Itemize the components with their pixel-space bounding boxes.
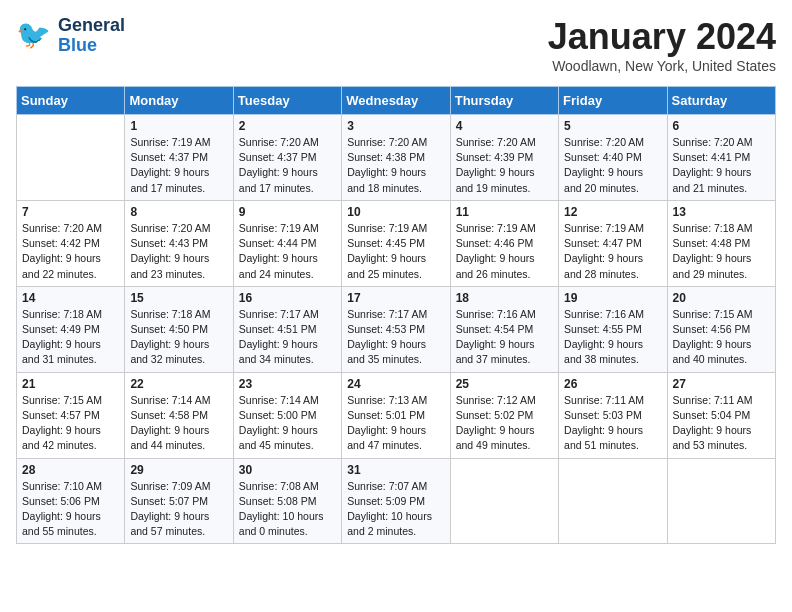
cell-line: Sunset: 4:38 PM [347, 150, 444, 165]
day-number: 24 [347, 377, 444, 391]
cell-line: Sunset: 5:00 PM [239, 408, 336, 423]
cell-line: Sunrise: 7:07 AM [347, 479, 444, 494]
cell-line: Sunset: 5:03 PM [564, 408, 661, 423]
calendar-cell: 18Sunrise: 7:16 AMSunset: 4:54 PMDayligh… [450, 286, 558, 372]
day-number: 18 [456, 291, 553, 305]
cell-content: Sunrise: 7:14 AMSunset: 5:00 PMDaylight:… [239, 393, 336, 454]
cell-line: Daylight: 9 hours [456, 251, 553, 266]
cell-content: Sunrise: 7:14 AMSunset: 4:58 PMDaylight:… [130, 393, 227, 454]
calendar-week-row: 21Sunrise: 7:15 AMSunset: 4:57 PMDayligh… [17, 372, 776, 458]
cell-line: and 45 minutes. [239, 438, 336, 453]
calendar-cell: 4Sunrise: 7:20 AMSunset: 4:39 PMDaylight… [450, 115, 558, 201]
day-number: 10 [347, 205, 444, 219]
calendar-subtitle: Woodlawn, New York, United States [548, 58, 776, 74]
cell-content: Sunrise: 7:07 AMSunset: 5:09 PMDaylight:… [347, 479, 444, 540]
calendar-cell: 6Sunrise: 7:20 AMSunset: 4:41 PMDaylight… [667, 115, 775, 201]
col-header-saturday: Saturday [667, 87, 775, 115]
cell-line: Sunset: 4:54 PM [456, 322, 553, 337]
calendar-cell [559, 458, 667, 544]
cell-line: Daylight: 9 hours [22, 423, 119, 438]
cell-content: Sunrise: 7:15 AMSunset: 4:57 PMDaylight:… [22, 393, 119, 454]
cell-line: and 34 minutes. [239, 352, 336, 367]
calendar-cell: 30Sunrise: 7:08 AMSunset: 5:08 PMDayligh… [233, 458, 341, 544]
cell-line: and 32 minutes. [130, 352, 227, 367]
cell-line: Sunrise: 7:14 AM [130, 393, 227, 408]
cell-line: Daylight: 9 hours [130, 165, 227, 180]
cell-content: Sunrise: 7:20 AMSunset: 4:39 PMDaylight:… [456, 135, 553, 196]
cell-content: Sunrise: 7:20 AMSunset: 4:42 PMDaylight:… [22, 221, 119, 282]
cell-content: Sunrise: 7:20 AMSunset: 4:43 PMDaylight:… [130, 221, 227, 282]
cell-line: Sunrise: 7:14 AM [239, 393, 336, 408]
day-number: 14 [22, 291, 119, 305]
day-number: 17 [347, 291, 444, 305]
cell-line: Sunset: 5:02 PM [456, 408, 553, 423]
cell-content: Sunrise: 7:17 AMSunset: 4:53 PMDaylight:… [347, 307, 444, 368]
day-number: 1 [130, 119, 227, 133]
cell-line: Daylight: 9 hours [347, 423, 444, 438]
cell-line: Daylight: 9 hours [564, 337, 661, 352]
cell-content: Sunrise: 7:20 AMSunset: 4:41 PMDaylight:… [673, 135, 770, 196]
cell-line: Sunrise: 7:15 AM [673, 307, 770, 322]
cell-line: Sunrise: 7:20 AM [564, 135, 661, 150]
day-number: 31 [347, 463, 444, 477]
cell-content: Sunrise: 7:19 AMSunset: 4:45 PMDaylight:… [347, 221, 444, 282]
day-number: 25 [456, 377, 553, 391]
cell-content: Sunrise: 7:15 AMSunset: 4:56 PMDaylight:… [673, 307, 770, 368]
cell-line: and 47 minutes. [347, 438, 444, 453]
day-number: 15 [130, 291, 227, 305]
day-number: 13 [673, 205, 770, 219]
cell-line: Sunrise: 7:20 AM [673, 135, 770, 150]
day-number: 3 [347, 119, 444, 133]
cell-line: Sunrise: 7:19 AM [456, 221, 553, 236]
day-number: 22 [130, 377, 227, 391]
day-number: 4 [456, 119, 553, 133]
calendar-cell: 8Sunrise: 7:20 AMSunset: 4:43 PMDaylight… [125, 200, 233, 286]
cell-line: Sunrise: 7:19 AM [239, 221, 336, 236]
cell-content: Sunrise: 7:08 AMSunset: 5:08 PMDaylight:… [239, 479, 336, 540]
calendar-header-row: SundayMondayTuesdayWednesdayThursdayFrid… [17, 87, 776, 115]
cell-content: Sunrise: 7:10 AMSunset: 5:06 PMDaylight:… [22, 479, 119, 540]
cell-line: Daylight: 9 hours [239, 337, 336, 352]
calendar-cell: 27Sunrise: 7:11 AMSunset: 5:04 PMDayligh… [667, 372, 775, 458]
day-number: 23 [239, 377, 336, 391]
cell-line: Sunset: 4:55 PM [564, 322, 661, 337]
title-block: January 2024 Woodlawn, New York, United … [548, 16, 776, 74]
cell-line: Sunset: 4:43 PM [130, 236, 227, 251]
logo: 🐦 General Blue [16, 16, 125, 56]
cell-line: Sunrise: 7:15 AM [22, 393, 119, 408]
cell-line: and 19 minutes. [456, 181, 553, 196]
calendar-week-row: 28Sunrise: 7:10 AMSunset: 5:06 PMDayligh… [17, 458, 776, 544]
cell-line: Sunrise: 7:20 AM [22, 221, 119, 236]
cell-line: Sunrise: 7:20 AM [130, 221, 227, 236]
cell-content: Sunrise: 7:18 AMSunset: 4:50 PMDaylight:… [130, 307, 227, 368]
calendar-cell: 21Sunrise: 7:15 AMSunset: 4:57 PMDayligh… [17, 372, 125, 458]
cell-content: Sunrise: 7:11 AMSunset: 5:04 PMDaylight:… [673, 393, 770, 454]
calendar-cell: 20Sunrise: 7:15 AMSunset: 4:56 PMDayligh… [667, 286, 775, 372]
cell-line: Sunrise: 7:16 AM [456, 307, 553, 322]
cell-line: Sunset: 4:44 PM [239, 236, 336, 251]
cell-line: Sunset: 4:47 PM [564, 236, 661, 251]
cell-line: and 38 minutes. [564, 352, 661, 367]
cell-line: and 42 minutes. [22, 438, 119, 453]
cell-line: Sunrise: 7:19 AM [347, 221, 444, 236]
cell-line: Sunset: 4:57 PM [22, 408, 119, 423]
cell-line: and 28 minutes. [564, 267, 661, 282]
cell-line: Daylight: 9 hours [347, 251, 444, 266]
calendar-cell: 25Sunrise: 7:12 AMSunset: 5:02 PMDayligh… [450, 372, 558, 458]
cell-line: Daylight: 9 hours [130, 423, 227, 438]
cell-line: and 0 minutes. [239, 524, 336, 539]
cell-line: Daylight: 9 hours [673, 251, 770, 266]
day-number: 6 [673, 119, 770, 133]
calendar-cell: 29Sunrise: 7:09 AMSunset: 5:07 PMDayligh… [125, 458, 233, 544]
cell-line: Sunrise: 7:17 AM [347, 307, 444, 322]
cell-content: Sunrise: 7:16 AMSunset: 4:55 PMDaylight:… [564, 307, 661, 368]
day-number: 7 [22, 205, 119, 219]
cell-line: Sunrise: 7:11 AM [564, 393, 661, 408]
cell-content: Sunrise: 7:17 AMSunset: 4:51 PMDaylight:… [239, 307, 336, 368]
calendar-week-row: 7Sunrise: 7:20 AMSunset: 4:42 PMDaylight… [17, 200, 776, 286]
cell-content: Sunrise: 7:19 AMSunset: 4:37 PMDaylight:… [130, 135, 227, 196]
calendar-cell: 28Sunrise: 7:10 AMSunset: 5:06 PMDayligh… [17, 458, 125, 544]
cell-line: Daylight: 9 hours [564, 165, 661, 180]
page-header: 🐦 General Blue January 2024 Woodlawn, Ne… [16, 16, 776, 74]
cell-line: Sunrise: 7:10 AM [22, 479, 119, 494]
